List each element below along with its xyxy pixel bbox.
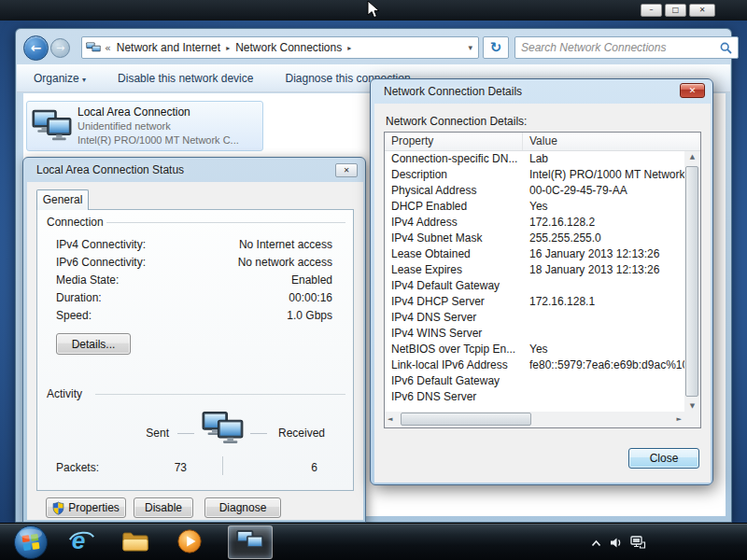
detail-row[interactable]: IPv6 Default Gateway <box>385 373 684 389</box>
received-label: Received <box>278 427 325 440</box>
details-close-button[interactable]: ✕ <box>680 83 705 98</box>
detail-row[interactable]: IPv4 Address 172.16.128.2 <box>385 215 684 231</box>
detail-property: Description <box>385 167 523 183</box>
detail-property: Link-local IPv6 Address <box>385 357 523 373</box>
uac-shield-icon <box>52 501 64 515</box>
connection-info-value: No Internet access <box>239 236 332 254</box>
detail-property: IPv4 Subnet Mask <box>385 231 523 246</box>
details-list-header: Property Value <box>385 133 700 151</box>
address-bar[interactable]: « Network and Internet ▸ Network Connect… <box>81 36 479 59</box>
network-adapter-icon <box>31 109 74 143</box>
status-close-button[interactable]: ✕ <box>335 163 358 177</box>
breadcrumb-item-network-connections[interactable]: Network Connections <box>233 41 344 54</box>
vertical-scroll-thumb[interactable] <box>685 166 698 397</box>
forward-button[interactable]: → <box>50 38 70 58</box>
disable-device-button[interactable]: Disable this network device <box>118 72 253 85</box>
start-button[interactable] <box>13 525 49 560</box>
detail-property: IPv4 Default Gateway <box>385 278 523 294</box>
connection-info-label: Duration: <box>56 289 102 307</box>
horizontal-scroll-thumb[interactable] <box>401 413 531 426</box>
connection-device: Intel(R) PRO/1000 MT Network C... <box>78 133 239 147</box>
detail-value <box>523 278 684 294</box>
taskbar-wmp-button[interactable] <box>172 525 207 559</box>
detail-row[interactable]: DHCP Enabled Yes <box>385 199 684 215</box>
host-minimize-button[interactable]: – <box>641 4 662 17</box>
value-column-header[interactable]: Value <box>523 133 700 150</box>
scroll-right-icon[interactable]: ► <box>677 415 682 423</box>
detail-row[interactable]: Link-local IPv6 Address fe80::5979:7ea6:… <box>385 357 684 373</box>
breadcrumb-item-network-and-internet[interactable]: Network and Internet <box>115 41 222 54</box>
packets-received-value: 6 <box>261 460 317 475</box>
detail-property: Physical Address <box>385 183 523 199</box>
organize-button[interactable]: Organize ▾ <box>34 72 86 85</box>
detail-row[interactable]: IPv4 Subnet Mask 255.255.255.0 <box>385 231 684 246</box>
volume-icon[interactable] <box>609 536 624 550</box>
taskbar-network-button[interactable] <box>228 525 273 559</box>
connection-info-label: IPv6 Connectivity: <box>56 254 146 272</box>
scroll-left-icon[interactable]: ◄ <box>388 415 392 423</box>
internet-explorer-icon: e <box>67 527 95 558</box>
taskbar-explorer-button[interactable] <box>118 525 153 559</box>
property-column-header[interactable]: Property <box>385 133 523 150</box>
connection-info-value: Enabled <box>291 272 332 289</box>
taskbar: e <box>0 523 747 560</box>
close-button[interactable]: Close <box>628 448 699 469</box>
connection-info-row: IPv4 Connectivity: No Internet access <box>56 236 332 254</box>
detail-row[interactable]: IPv4 WINS Server <box>385 326 684 342</box>
scrollbar-corner <box>684 412 700 427</box>
disable-button[interactable]: Disable <box>134 497 193 518</box>
detail-row[interactable]: IPv6 DNS Server <box>385 389 684 405</box>
connection-group-label: Connection <box>47 216 104 229</box>
detail-row[interactable]: Physical Address 00-0C-29-45-79-AA <box>385 183 684 199</box>
detail-row[interactable]: IPv4 Default Gateway <box>385 278 684 294</box>
divider <box>95 394 345 395</box>
scroll-up-icon[interactable]: ▲ <box>684 153 700 161</box>
detail-row[interactable]: IPv4 DHCP Server 172.16.128.1 <box>385 294 684 310</box>
breadcrumb-separator-icon[interactable]: ▸ <box>226 44 230 52</box>
breadcrumb-separator-icon[interactable]: ▸ <box>347 44 351 52</box>
network-tray-icon[interactable] <box>629 535 646 550</box>
search-icon <box>720 42 738 54</box>
mouse-cursor <box>367 0 382 23</box>
detail-row[interactable]: Description Intel(R) PRO/1000 MT Network… <box>385 167 684 183</box>
properties-button[interactable]: Properties <box>46 497 126 518</box>
detail-value <box>523 326 684 342</box>
chevron-down-icon: ▾ <box>82 76 86 84</box>
search-input[interactable] <box>515 38 720 57</box>
search-box[interactable] <box>514 36 739 59</box>
network-connection-item[interactable]: Local Area Connection Unidentified netwo… <box>26 101 263 151</box>
detail-value: 172.16.128.1 <box>523 294 684 310</box>
network-window-icon <box>236 529 264 556</box>
back-button[interactable]: ← <box>23 35 49 61</box>
desktop: – □ ✕ ← → « Network and Internet ▸ Netwo… <box>0 0 747 560</box>
status-dialog: Local Area Connection Status ✕ General C… <box>22 157 366 523</box>
horizontal-scrollbar[interactable]: ◄ ► <box>385 412 684 427</box>
host-maximize-button[interactable]: □ <box>665 4 686 17</box>
detail-row[interactable]: Connection-specific DN... Lab <box>385 151 684 167</box>
detail-row[interactable]: Lease Obtained 16 January 2013 12:13:26 <box>385 246 684 262</box>
packets-sent-value: 73 <box>131 460 187 475</box>
connection-info-label: Speed: <box>56 307 92 325</box>
scroll-down-icon[interactable]: ▼ <box>684 402 700 410</box>
divider <box>250 433 267 434</box>
folder-icon <box>121 529 149 555</box>
vertical-scrollbar[interactable]: ▲ ▼ <box>684 151 700 412</box>
activity-group-label: Activity <box>47 387 82 400</box>
show-hidden-icons-button[interactable] <box>588 537 603 550</box>
details-button[interactable]: Details... <box>56 333 131 355</box>
breadcrumb-overflow-chevron[interactable]: « <box>105 42 111 54</box>
details-dialog-title: Network Connection Details <box>384 85 522 98</box>
detail-property: IPv4 Address <box>385 215 523 231</box>
host-close-button[interactable]: ✕ <box>689 4 715 17</box>
divider <box>106 222 345 223</box>
tab-general[interactable]: General <box>36 189 89 210</box>
connection-info-value: 1.0 Gbps <box>287 307 332 325</box>
detail-row[interactable]: NetBIOS over Tcpip En... Yes <box>385 342 684 357</box>
detail-row[interactable]: IPv4 DNS Server <box>385 310 684 326</box>
taskbar-ie-button[interactable]: e <box>63 525 99 559</box>
address-dropdown-icon[interactable]: ▾ <box>468 43 474 52</box>
detail-row[interactable]: Lease Expires 18 January 2013 12:13:26 <box>385 262 684 278</box>
connection-name: Local Area Connection <box>78 105 239 119</box>
refresh-button[interactable]: ↻ <box>483 36 509 59</box>
diagnose-button[interactable]: Diagnose <box>204 497 281 518</box>
